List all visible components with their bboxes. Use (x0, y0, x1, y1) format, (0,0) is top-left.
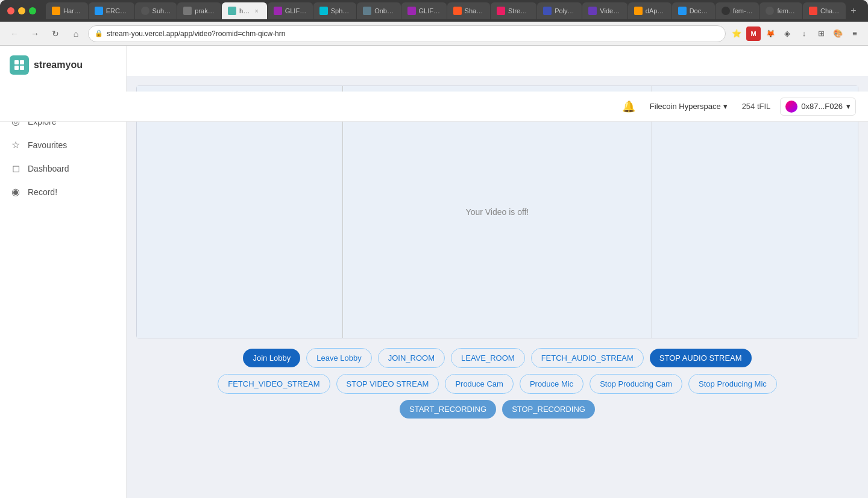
tab-videojar[interactable]: Video Jar... (582, 2, 627, 19)
tab-glif2[interactable]: GLIF Exp... (401, 2, 447, 19)
tab-favicon (588, 7, 597, 15)
stop-producing-cam-button[interactable]: Stop Producing Cam (590, 374, 682, 394)
sidebar-item-record[interactable]: ◉ Record! (0, 180, 126, 204)
tab-femintro[interactable]: fem-intro... (715, 2, 760, 19)
tab-onboard[interactable]: Onboard... (357, 2, 400, 19)
tab-prakhar[interactable]: prakhar7... (177, 2, 221, 19)
app-wrapper: 🔔 Filecoin Hyperspace ▾ 254 tFIL 0x87...… (0, 46, 868, 498)
sidebar-item-favourites-label: Favourites (28, 140, 67, 150)
tabs-bar: Hardhat... ERC1155... Suhel-K... prakhar… (46, 2, 861, 19)
tab-label: Spheron... (331, 7, 350, 14)
tab-erc1155[interactable]: ERC1155... (89, 2, 134, 19)
minimize-traffic-light[interactable] (18, 7, 25, 14)
extension-icon-2[interactable]: 🦊 (763, 26, 778, 41)
stop-recording-button[interactable]: STOP_RECORDING (502, 400, 595, 419)
tab-label: Video Jar... (600, 7, 621, 14)
main-content: Your Video is off! Join Lobby Leave Lobb… (127, 76, 868, 498)
url-text: stream-you.vercel.app/app/video?roomid=c… (107, 30, 285, 38)
wallet-address-text: 0x87...F026 (801, 102, 843, 111)
leave-lobby-button[interactable]: Leave Lobby (306, 348, 371, 368)
tab-femgo[interactable]: fem-go-l... (760, 2, 802, 19)
extension-icon-1[interactable]: M (746, 26, 761, 41)
join-room-button[interactable]: JOIN_ROOM (378, 348, 445, 368)
tab-favicon (722, 7, 730, 15)
tab-spheron[interactable]: Spheron... (313, 2, 356, 19)
tab-favicon (183, 7, 192, 15)
tab-label: Shardeu... (465, 7, 484, 14)
stop-video-stream-button[interactable]: STOP VIDEO STREAM (336, 374, 439, 394)
tab-favicon (453, 7, 462, 15)
traffic-lights (7, 7, 36, 14)
tab-hardhat[interactable]: Hardhat... (46, 2, 88, 19)
sidebar-item-favourites[interactable]: ☆ Favourites (0, 133, 126, 157)
tab-favicon (766, 7, 774, 15)
tab-favicon (678, 7, 687, 15)
tab-favicon (52, 7, 60, 15)
logo-text: streamyou (34, 60, 83, 70)
back-button[interactable]: ← (6, 25, 23, 42)
extension-icon-3[interactable]: ◈ (780, 26, 794, 41)
tab-docume[interactable]: Docume... (672, 2, 715, 19)
fetch-audio-stream-button[interactable]: FETCH_AUDIO_STREAM (531, 348, 644, 368)
dashboard-icon: ◻ (10, 163, 22, 174)
forward-button[interactable]: → (27, 25, 43, 42)
tab-label: StreamYo... (508, 7, 530, 14)
lock-icon: 🔒 (95, 30, 103, 37)
extension-icon-6[interactable]: 🎨 (831, 26, 845, 41)
tab-label: ERC1155... (106, 7, 128, 14)
produce-mic-button[interactable]: Produce Mic (520, 374, 583, 394)
tab-dappat[interactable]: dAppAth... (628, 2, 671, 19)
browser-window: Hardhat... ERC1155... Suhel-K... prakhar… (0, 0, 868, 498)
tab-glif1[interactable]: GLIF Exp... (268, 2, 313, 19)
browser-titlebar: Hardhat... ERC1155... Suhel-K... prakhar… (0, 0, 868, 22)
network-chevron-icon: ▾ (723, 102, 728, 111)
browser-toolbar: ← → ↻ ⌂ 🔒 stream-you.vercel.app/app/vide… (0, 22, 868, 46)
leave-room-button[interactable]: LEAVE_ROOM (451, 348, 525, 368)
tab-close-icon[interactable]: × (253, 7, 261, 15)
tab-label: Polybase... (555, 7, 576, 14)
reload-button[interactable]: ↻ (47, 25, 64, 42)
sidebar-item-dashboard[interactable]: ◻ Dashboard (0, 157, 126, 180)
controls-row-3: START_RECORDING STOP_RECORDING (400, 400, 595, 419)
extension-icon-4[interactable]: ↓ (797, 26, 811, 41)
tab-favicon (228, 7, 236, 15)
home-button[interactable]: ⌂ (68, 25, 84, 42)
wallet-avatar-icon (785, 101, 797, 113)
controls-row-2: FETCH_VIDEO_STREAM STOP VIDEO STREAM Pro… (218, 374, 777, 394)
tab-label: prakhar7... (195, 7, 215, 14)
new-tab-button[interactable]: + (846, 4, 861, 18)
video-panel-right (652, 86, 858, 338)
tab-streamyo2[interactable]: StreamYo... (491, 2, 536, 19)
wallet-address-button[interactable]: 0x87...F026 ▾ (780, 98, 856, 116)
svg-rect-2 (14, 66, 19, 70)
video-panel-left (137, 86, 343, 338)
join-lobby-button[interactable]: Join Lobby (243, 349, 300, 367)
start-recording-button[interactable]: START_RECORDING (400, 400, 496, 419)
sidebar-item-dashboard-label: Dashboard (28, 164, 69, 173)
tab-label: fem-intro... (733, 7, 753, 14)
tab-label: dAppAth... (646, 7, 665, 14)
app-header: 🔔 Filecoin Hyperspace ▾ 254 tFIL 0x87...… (0, 92, 868, 122)
tab-label: Suhel-K... (153, 7, 171, 14)
address-bar[interactable]: 🔒 stream-you.vercel.app/app/video?roomid… (88, 25, 726, 42)
close-traffic-light[interactable] (7, 7, 14, 14)
extension-icon-7[interactable]: ≡ (848, 26, 862, 41)
tab-suhel[interactable]: Suhel-K... (135, 2, 177, 19)
produce-cam-button[interactable]: Produce Cam (445, 374, 513, 394)
fetch-video-stream-button[interactable]: FETCH_VIDEO_STREAM (218, 374, 330, 394)
extension-icon-5[interactable]: ⊞ (814, 26, 828, 41)
tab-shardeum[interactable]: Shardeu... (447, 2, 490, 19)
maximize-traffic-light[interactable] (29, 7, 36, 14)
stop-producing-mic-button[interactable]: Stop Producing Mic (688, 374, 777, 394)
toolbar-icons: ⭐ M 🦊 ◈ ↓ ⊞ 🎨 ≡ (729, 26, 862, 41)
logo-area: streamyou (0, 55, 126, 87)
balance-display: 254 tFIL (742, 102, 771, 111)
network-selector[interactable]: Filecoin Hyperspace ▾ (645, 99, 732, 113)
tab-streamyou[interactable]: https:... × (222, 2, 267, 19)
notification-bell-icon[interactable]: 🔔 (622, 100, 635, 113)
stop-audio-stream-button[interactable]: STOP AUDIO STREAM (650, 349, 752, 367)
tab-channel[interactable]: Channel... (803, 2, 846, 19)
bookmark-icon[interactable]: ⭐ (729, 26, 744, 41)
controls-section: Join Lobby Leave Lobby JOIN_ROOM LEAVE_R… (136, 348, 858, 419)
tab-polybase[interactable]: Polybase... (537, 2, 582, 19)
